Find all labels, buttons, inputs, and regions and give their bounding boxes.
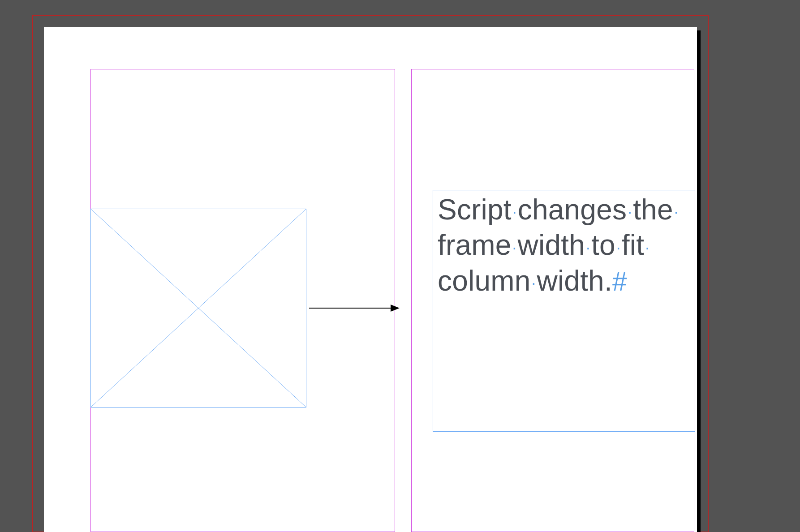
end-of-story-icon: # bbox=[612, 267, 627, 296]
word: changes bbox=[518, 193, 627, 226]
word: width. bbox=[537, 265, 612, 297]
space-marker-icon: · bbox=[512, 239, 518, 256]
space-marker-icon: · bbox=[627, 203, 633, 220]
word: the bbox=[633, 193, 673, 226]
word: frame bbox=[438, 229, 512, 261]
space-marker-icon: · bbox=[585, 239, 591, 256]
text-frame[interactable]: Script·​changes·​the·​frame·​width·​to·​… bbox=[433, 190, 695, 432]
word: fit bbox=[622, 229, 644, 261]
space-marker-icon: · bbox=[531, 274, 537, 292]
empty-graphic-frame[interactable] bbox=[90, 209, 306, 408]
word: Script bbox=[438, 193, 512, 226]
space-marker-icon: · bbox=[673, 203, 680, 220]
text-frame-content: Script·​changes·​the·​frame·​width·​to·​… bbox=[438, 192, 690, 299]
space-marker-icon: · bbox=[615, 239, 622, 256]
space-marker-icon: · bbox=[644, 239, 650, 256]
word: width bbox=[518, 229, 585, 261]
word: to bbox=[591, 229, 615, 261]
arrow-icon bbox=[308, 303, 400, 313]
word: column bbox=[438, 265, 531, 297]
space-marker-icon: · bbox=[512, 203, 518, 220]
svg-marker-3 bbox=[391, 305, 400, 312]
